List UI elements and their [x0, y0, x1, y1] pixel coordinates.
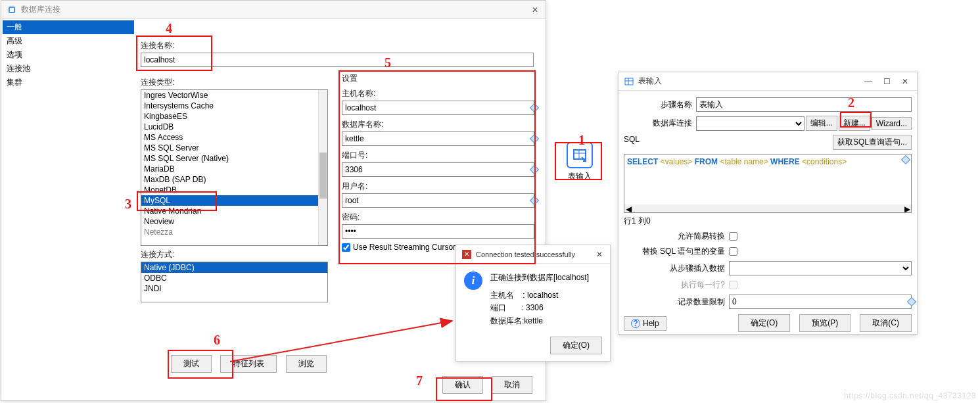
browse-button[interactable]: 浏览 [286, 355, 327, 373]
db-type-item[interactable]: MS SQL Server (Native) [141, 153, 327, 164]
host-input[interactable] [342, 101, 534, 115]
step-name-input[interactable] [696, 97, 912, 112]
db-type-item[interactable]: MaxDB (SAP DB) [141, 174, 327, 185]
close-icon[interactable]: ✕ [898, 76, 912, 87]
table-input-step[interactable]: 表输入 [560, 142, 599, 182]
insert-from-select[interactable] [729, 261, 912, 275]
user-label: 用户名: [342, 181, 534, 192]
svg-rect-2 [574, 150, 586, 159]
maximize-icon[interactable]: ☐ [880, 76, 893, 87]
msgbox-titlebar: ✕ Connection tested successfully ✕ [456, 245, 610, 264]
msgbox-title: Connection tested successfully [476, 250, 594, 258]
edit-conn-button[interactable]: 编辑... [806, 116, 837, 131]
db-type-item[interactable]: MonetDB [141, 185, 327, 195]
ti-title: 表输入 [638, 76, 862, 87]
db-icon [7, 5, 17, 15]
access-item-native[interactable]: Native (JDBC) [141, 262, 327, 273]
replace-vars-label: 替换 SQL 语句里的变量 [624, 246, 729, 257]
svg-rect-5 [625, 78, 633, 85]
db-type-item[interactable]: MS Access [141, 132, 327, 143]
scroll-left-icon[interactable]: ◀ [624, 204, 632, 212]
exec-each-check [729, 281, 737, 289]
scroll-right-icon[interactable]: ▶ [903, 204, 911, 212]
test-button-row: 测试 特征列表 浏览 [171, 355, 327, 373]
dbname-label: 数据库名称: [342, 119, 534, 130]
ti-body: 步骤名称 数据库连接 编辑... 新建... Wizard... SQL 获取S… [618, 91, 917, 339]
ti-preview-button[interactable]: 预览(P) [799, 314, 851, 332]
access-label: 连接方式: [141, 249, 328, 260]
sidebar-item-options[interactable]: 选项 [3, 48, 134, 62]
dbname-input[interactable] [342, 131, 534, 146]
db-type-item[interactable]: Netezza [141, 227, 327, 237]
access-item-odbc[interactable]: ODBC [141, 273, 327, 283]
sidebar-item-pool[interactable]: 连接池 [3, 62, 134, 76]
access-group: 连接方式: Native (JDBC) ODBC JNDI [141, 249, 328, 302]
db-type-item[interactable]: MariaDB [141, 164, 327, 174]
msgbox-body: i 正确连接到数据库[localhost] 主机名 : localhost 端口… [456, 264, 610, 335]
sql-editor[interactable]: SELECT <values> FROM <table name> WHERE … [624, 154, 912, 213]
sql-ph: <table name> [718, 157, 770, 166]
msg-host-label: 主机名 [490, 291, 514, 300]
db-type-scrollbar[interactable] [318, 90, 327, 245]
sql-kw: FROM [695, 157, 718, 166]
user-input[interactable] [342, 193, 534, 208]
db-type-item[interactable]: MS SQL Server [141, 143, 327, 153]
msg-host-val: : localhost [523, 291, 558, 300]
sql-ph: <conditions> [800, 157, 847, 166]
var-icon[interactable] [901, 155, 910, 164]
access-item-jndi[interactable]: JNDI [141, 283, 327, 294]
pass-label: 密码: [342, 212, 534, 223]
ti-ok-button[interactable]: 确定(O) [738, 314, 790, 332]
new-conn-button[interactable]: 新建... [839, 116, 870, 131]
cancel-button[interactable]: 取消 [492, 376, 532, 394]
svg-rect-1 [10, 8, 14, 12]
dbconn-select[interactable] [696, 116, 805, 131]
table-input-step-label: 表输入 [560, 171, 599, 182]
sidebar-item-general[interactable]: 一般 [3, 20, 134, 34]
table-input-step-icon [567, 142, 593, 168]
port-input[interactable] [342, 162, 534, 177]
db-conn-titlebar: 数据库连接 ✕ [1, 1, 546, 19]
sidebar-item-advanced[interactable]: 高级 [3, 34, 134, 48]
stream-cursor-checkbox[interactable] [342, 243, 350, 252]
help-button[interactable]: ?Help [624, 316, 666, 331]
db-type-item[interactable]: Ingres VectorWise [141, 90, 327, 101]
conn-name-input[interactable] [141, 53, 534, 67]
ti-cancel-button[interactable]: 取消(C) [860, 314, 912, 332]
dbconn-label: 数据库连接 [624, 118, 696, 129]
table-input-dialog: 表输入 — ☐ ✕ 步骤名称 数据库连接 编辑... 新建... Wizard.… [618, 72, 918, 335]
get-sql-button[interactable]: 获取SQL查询语句... [833, 135, 912, 150]
sql-ph: <values> [658, 157, 694, 166]
limit-label: 记录数量限制 [624, 296, 729, 308]
watermark: https://blog.csdn.net/qq_43733123 [844, 391, 976, 400]
db-type-item[interactable]: LucidDB [141, 122, 327, 132]
pass-input[interactable] [342, 224, 534, 239]
allow-lazy-label: 允许简易转换 [624, 231, 729, 242]
wizard-conn-button[interactable]: Wizard... [872, 117, 912, 130]
feature-button[interactable]: 特征列表 [220, 355, 277, 373]
info-icon: i [464, 272, 482, 290]
db-type-item[interactable]: Neoview [141, 216, 327, 227]
limit-input[interactable] [729, 295, 912, 309]
db-type-item[interactable]: KingbaseES [141, 111, 327, 122]
minimize-icon[interactable]: — [862, 76, 875, 87]
replace-vars-check[interactable] [729, 247, 737, 256]
help-icon: ? [631, 319, 640, 328]
sidebar-item-cluster[interactable]: 集群 [3, 76, 134, 89]
db-type-item[interactable]: Intersystems Cache [141, 101, 327, 111]
msg-line1: 正确连接到数据库[localhost] [490, 272, 589, 284]
db-type-item-mysql[interactable]: MySQL [141, 195, 327, 206]
allow-lazy-check[interactable] [729, 232, 737, 241]
db-type-item[interactable]: Native Mondrian [141, 206, 327, 216]
access-listbox[interactable]: Native (JDBC) ODBC JNDI [141, 262, 328, 302]
close-icon[interactable]: ✕ [594, 250, 605, 259]
sql-kw: WHERE [770, 157, 800, 166]
msgbox-ok-button[interactable]: 确定(O) [550, 337, 602, 354]
step-name-label: 步骤名称 [624, 99, 696, 110]
status-text: 行1 列0 [624, 216, 912, 227]
db-type-listbox[interactable]: Ingres VectorWise Intersystems Cache Kin… [141, 89, 328, 246]
close-icon[interactable]: ✕ [530, 5, 540, 14]
ok-button[interactable]: 确认 [442, 376, 483, 394]
stream-cursor-label: Use Result Streaming Cursor [353, 243, 455, 252]
test-button[interactable]: 测试 [171, 355, 212, 373]
